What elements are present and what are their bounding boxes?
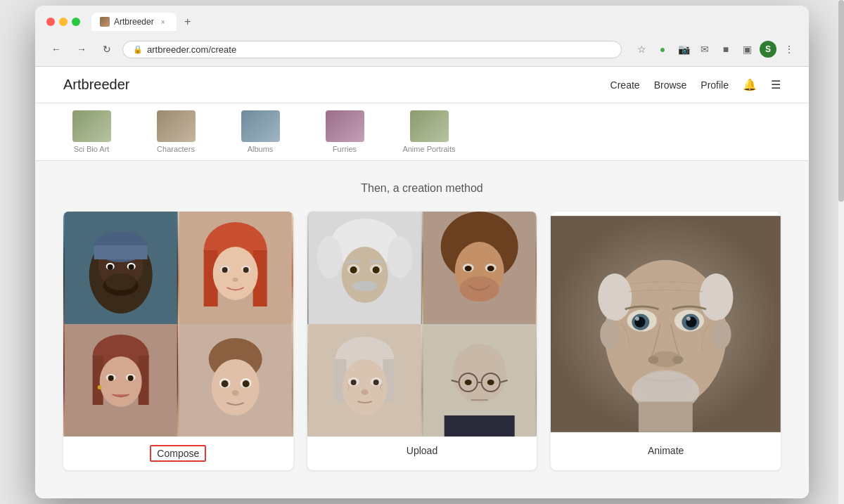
upload-label: Upload	[307, 437, 537, 465]
toolbar-actions: ☆ ● 📷 ✉ ■ ▣ S ⋮	[633, 41, 798, 58]
svg-point-8	[129, 264, 134, 270]
camera-icon[interactable]: 📷	[675, 41, 692, 58]
compose-face-1	[63, 212, 178, 324]
svg-point-25	[100, 356, 142, 407]
hamburger-menu-icon[interactable]: ☰	[771, 78, 781, 91]
cast-icon[interactable]: ▣	[738, 41, 755, 58]
svg-point-76	[487, 380, 494, 385]
svg-point-75	[465, 380, 472, 385]
svg-point-44	[352, 281, 377, 291]
svg-point-88	[635, 316, 639, 321]
svg-point-20	[233, 278, 238, 282]
compose-face-3	[63, 324, 178, 437]
svg-point-33	[212, 359, 260, 415]
svg-point-92	[672, 356, 683, 364]
svg-point-96	[711, 319, 731, 349]
upload-card[interactable]: Upload	[307, 212, 537, 470]
svg-point-89	[686, 316, 691, 321]
nav-browse[interactable]: Browse	[654, 79, 687, 91]
main-content: Then, a creation method	[35, 161, 809, 498]
svg-point-38	[232, 390, 239, 396]
browser-chrome: Artbreeder × + ← → ↻ 🔒 artbreeder.com/cr…	[35, 6, 809, 67]
upload-label-text: Upload	[407, 445, 437, 456]
svg-rect-69	[445, 415, 515, 437]
forward-button[interactable]: →	[72, 39, 91, 59]
traffic-lights	[46, 18, 80, 26]
bookmark-icon[interactable]: ☆	[633, 41, 650, 58]
svg-point-37	[243, 380, 250, 387]
svg-point-65	[373, 380, 378, 385]
animate-image	[551, 212, 781, 437]
category-scroll[interactable]: Sci Bio Art Characters Albums Furries	[35, 103, 809, 161]
mail-icon[interactable]: ✉	[696, 41, 713, 58]
upload-image-grid	[307, 212, 537, 437]
new-tab-button[interactable]: +	[179, 13, 196, 30]
category-thumb-furries	[326, 110, 364, 142]
nav-create[interactable]: Create	[610, 79, 640, 91]
svg-point-94	[639, 370, 693, 399]
svg-point-30	[98, 385, 102, 389]
category-anime[interactable]: Anime Portraits	[401, 103, 457, 160]
upload-face-4	[422, 324, 537, 437]
category-thumb-anime	[410, 110, 449, 142]
compose-card[interactable]: Compose	[63, 212, 293, 470]
animate-label: Animate	[551, 437, 781, 465]
back-button[interactable]: ←	[46, 39, 66, 59]
section-title: Then, a creation method	[63, 182, 781, 195]
extension-icon-1[interactable]: ●	[654, 41, 671, 58]
compose-label-text: Compose	[150, 445, 206, 462]
svg-point-80	[599, 273, 632, 321]
address-bar[interactable]: 🔒 artbreeder.com/create	[122, 41, 622, 58]
puzzle-icon[interactable]: ■	[717, 41, 734, 58]
lock-icon: 🔒	[133, 45, 143, 54]
active-tab[interactable]: Artbreeder ×	[91, 13, 177, 31]
svg-rect-4	[94, 245, 148, 259]
svg-point-7	[108, 264, 113, 270]
category-thumb-albums	[241, 110, 280, 142]
notification-icon[interactable]: 🔔	[743, 78, 757, 91]
refresh-button[interactable]: ↻	[97, 39, 117, 59]
animate-card[interactable]: Animate	[551, 212, 781, 470]
title-bar: Artbreeder × +	[35, 6, 809, 35]
category-albums[interactable]: Albums	[232, 103, 288, 160]
category-furries[interactable]: Furries	[316, 103, 373, 160]
category-label-albums: Albums	[248, 145, 274, 153]
category-label-scibioart: Sci Bio Art	[74, 145, 110, 153]
svg-point-41	[316, 236, 342, 278]
category-label-characters: Characters	[157, 145, 195, 153]
svg-point-48	[372, 266, 379, 273]
animate-label-text: Animate	[648, 445, 684, 456]
site-nav: Create Browse Profile 🔔 ☰	[610, 78, 781, 91]
svg-point-36	[222, 380, 229, 387]
maximize-window-button[interactable]	[72, 18, 80, 26]
svg-point-47	[350, 266, 357, 273]
svg-point-66	[361, 389, 368, 395]
compose-face-4	[178, 324, 293, 437]
compose-face-2	[178, 212, 293, 324]
upload-face-1	[307, 212, 422, 324]
compose-label: Compose	[63, 437, 293, 470]
svg-point-52	[460, 276, 499, 302]
upload-face-2	[422, 212, 537, 324]
tab-favicon	[100, 17, 110, 27]
tab-bar: Artbreeder × +	[91, 13, 798, 31]
menu-icon[interactable]: ⋮	[781, 41, 798, 58]
svg-point-56	[487, 266, 494, 271]
minimize-window-button[interactable]	[59, 18, 68, 26]
svg-point-81	[700, 273, 734, 321]
svg-point-42	[387, 236, 412, 278]
svg-point-28	[108, 375, 114, 381]
profile-avatar[interactable]: S	[760, 41, 776, 58]
tab-title: Artbreeder	[114, 17, 154, 27]
category-scibioart[interactable]: Sci Bio Art	[63, 103, 120, 160]
category-characters[interactable]: Characters	[148, 103, 204, 160]
tab-close-button[interactable]: ×	[158, 17, 168, 27]
svg-point-43	[341, 247, 388, 303]
svg-point-19	[243, 267, 249, 273]
page-content: Artbreeder Create Browse Profile 🔔 ☰ Sci…	[35, 67, 809, 498]
url-text: artbreeder.com/create	[147, 44, 236, 55]
nav-profile[interactable]: Profile	[701, 79, 729, 91]
upload-face-3	[307, 324, 422, 437]
svg-point-91	[648, 356, 659, 364]
close-window-button[interactable]	[46, 18, 55, 26]
